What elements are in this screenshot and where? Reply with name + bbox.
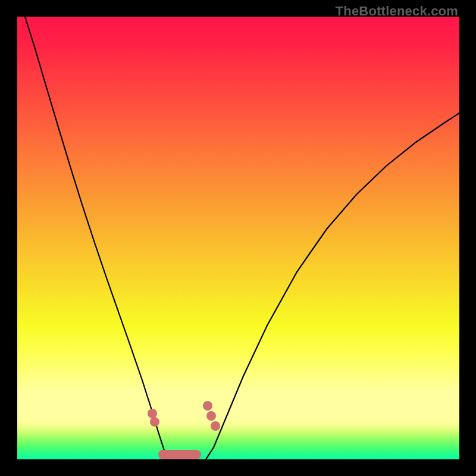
bottom-bar-group [158,450,201,459]
data-marker [206,411,216,421]
curve-layer [17,17,459,459]
plot-area [17,17,459,459]
curve-left-curve [25,17,169,459]
data-marker [148,409,157,418]
data-marker [211,421,220,431]
chart-frame: TheBottleneck.com [0,0,476,476]
data-marker [203,401,212,411]
data-marker [150,417,159,427]
valley-bar [158,450,201,459]
curves-group [25,17,459,459]
curve-right-curve [206,113,459,459]
markers-group [148,401,220,431]
